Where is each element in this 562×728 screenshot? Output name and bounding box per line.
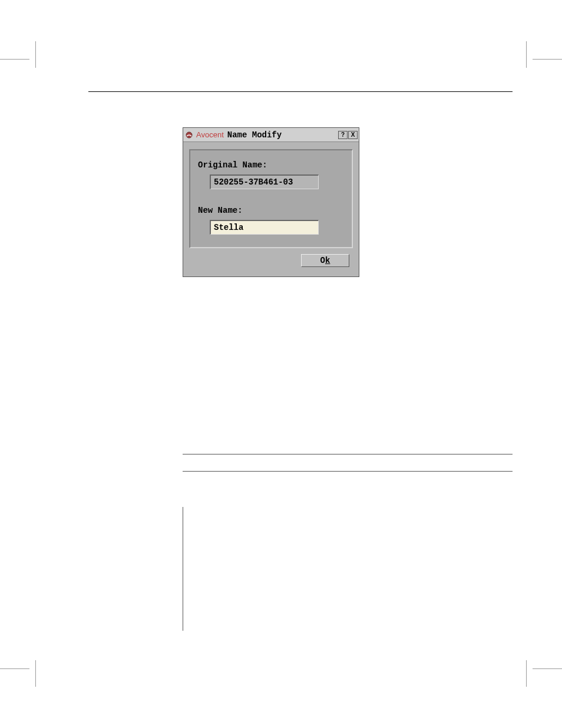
crop-mark bbox=[35, 41, 36, 68]
crop-mark bbox=[533, 59, 562, 60]
crop-mark bbox=[533, 668, 562, 669]
ok-button[interactable]: Ok bbox=[301, 254, 349, 267]
app-icon bbox=[184, 130, 194, 140]
vertical-rule bbox=[183, 507, 183, 631]
crop-mark bbox=[526, 660, 527, 687]
titlebar[interactable]: Avocent Name Modify ? X bbox=[183, 128, 359, 142]
horizontal-rule bbox=[88, 91, 513, 92]
dialog-body: Original Name: 520255-37B461-03 New Name… bbox=[183, 142, 359, 276]
help-icon: ? bbox=[341, 132, 345, 138]
original-name-label: Original Name: bbox=[198, 160, 344, 170]
help-button[interactable]: ? bbox=[338, 131, 348, 139]
crop-mark bbox=[0, 59, 29, 60]
crop-mark bbox=[0, 668, 29, 669]
field-group: Original Name: 520255-37B461-03 New Name… bbox=[189, 149, 353, 248]
close-icon: X bbox=[351, 132, 355, 138]
horizontal-rule bbox=[183, 471, 513, 472]
original-name-field: 520255-37B461-03 bbox=[210, 174, 319, 189]
ok-button-label: Ok bbox=[320, 256, 330, 265]
brand-text: Avocent bbox=[196, 130, 224, 139]
new-name-label: New Name: bbox=[198, 206, 344, 215]
crop-mark bbox=[526, 41, 527, 68]
close-button[interactable]: X bbox=[348, 131, 358, 139]
new-name-input[interactable]: Stella bbox=[210, 220, 319, 235]
crop-mark bbox=[35, 660, 36, 687]
horizontal-rule bbox=[183, 454, 513, 454]
dialog-title: Name Modify bbox=[227, 130, 338, 140]
name-modify-dialog: Avocent Name Modify ? X Original Name: 5… bbox=[183, 127, 359, 277]
